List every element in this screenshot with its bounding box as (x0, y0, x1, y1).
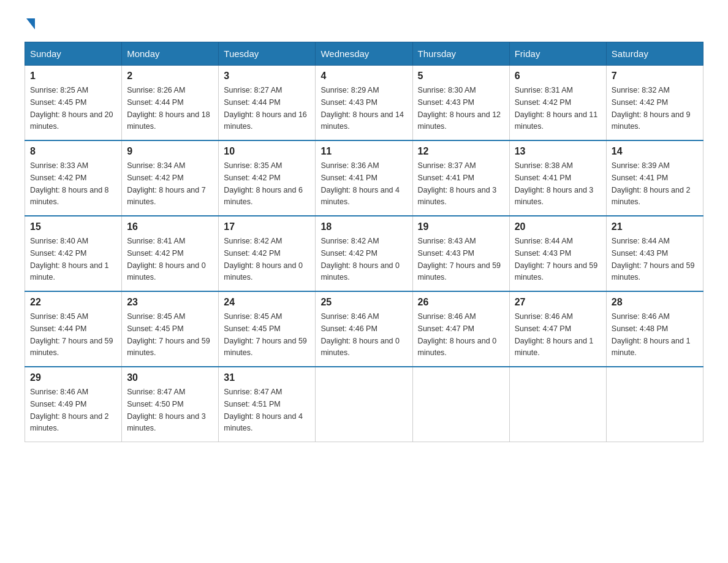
day-cell-13: 13 Sunrise: 8:38 AMSunset: 4:41 PMDaylig… (509, 140, 606, 216)
day-number: 5 (418, 71, 504, 82)
weekday-header-monday: Monday (122, 42, 219, 66)
day-number: 13 (515, 146, 601, 157)
day-cell-3: 3 Sunrise: 8:27 AMSunset: 4:44 PMDayligh… (219, 66, 316, 141)
day-info: Sunrise: 8:26 AMSunset: 4:44 PMDaylight:… (127, 86, 210, 131)
day-info: Sunrise: 8:42 AMSunset: 4:42 PMDaylight:… (224, 237, 303, 282)
day-info: Sunrise: 8:41 AMSunset: 4:42 PMDaylight:… (127, 237, 206, 282)
logo-triangle-icon (26, 18, 35, 29)
day-cell-5: 5 Sunrise: 8:30 AMSunset: 4:43 PMDayligh… (412, 66, 509, 141)
day-info: Sunrise: 8:33 AMSunset: 4:42 PMDaylight:… (30, 161, 109, 206)
day-cell-27: 27 Sunrise: 8:46 AMSunset: 4:47 PMDaylig… (509, 291, 606, 367)
day-number: 3 (224, 71, 310, 82)
day-cell-25: 25 Sunrise: 8:46 AMSunset: 4:46 PMDaylig… (316, 291, 412, 367)
day-number: 27 (515, 297, 601, 308)
day-cell-30: 30 Sunrise: 8:47 AMSunset: 4:50 PMDaylig… (122, 367, 219, 442)
week-row-5: 29 Sunrise: 8:46 AMSunset: 4:49 PMDaylig… (25, 367, 703, 442)
day-number: 30 (127, 372, 213, 383)
day-info: Sunrise: 8:46 AMSunset: 4:47 PMDaylight:… (515, 312, 594, 357)
day-number: 10 (224, 146, 310, 157)
day-number: 6 (515, 71, 601, 82)
empty-cell (316, 367, 412, 442)
day-info: Sunrise: 8:46 AMSunset: 4:47 PMDaylight:… (418, 312, 497, 357)
day-cell-28: 28 Sunrise: 8:46 AMSunset: 4:48 PMDaylig… (606, 291, 703, 367)
day-info: Sunrise: 8:42 AMSunset: 4:42 PMDaylight:… (320, 237, 400, 282)
day-number: 28 (612, 297, 698, 308)
day-cell-4: 4 Sunrise: 8:29 AMSunset: 4:43 PMDayligh… (316, 66, 412, 141)
day-cell-29: 29 Sunrise: 8:46 AMSunset: 4:49 PMDaylig… (25, 367, 122, 442)
day-info: Sunrise: 8:37 AMSunset: 4:41 PMDaylight:… (418, 161, 497, 206)
day-info: Sunrise: 8:29 AMSunset: 4:43 PMDaylight:… (320, 86, 404, 131)
empty-cell (412, 367, 509, 442)
day-info: Sunrise: 8:35 AMSunset: 4:42 PMDaylight:… (224, 161, 303, 206)
day-number: 16 (127, 221, 213, 232)
week-row-2: 8 Sunrise: 8:33 AMSunset: 4:42 PMDayligh… (25, 140, 703, 216)
day-number: 7 (612, 71, 698, 82)
day-info: Sunrise: 8:47 AMSunset: 4:51 PMDaylight:… (224, 388, 303, 432)
weekday-header-friday: Friday (509, 42, 606, 66)
day-number: 25 (320, 297, 407, 308)
day-number: 26 (418, 297, 504, 308)
day-info: Sunrise: 8:43 AMSunset: 4:43 PMDaylight:… (418, 237, 501, 282)
day-cell-2: 2 Sunrise: 8:26 AMSunset: 4:44 PMDayligh… (122, 66, 219, 141)
day-cell-22: 22 Sunrise: 8:45 AMSunset: 4:44 PMDaylig… (25, 291, 122, 367)
page-header (25, 18, 703, 29)
day-info: Sunrise: 8:38 AMSunset: 4:41 PMDaylight:… (515, 161, 594, 206)
day-number: 1 (30, 71, 116, 82)
day-number: 2 (127, 71, 213, 82)
day-number: 21 (612, 221, 698, 232)
day-info: Sunrise: 8:25 AMSunset: 4:45 PMDaylight:… (30, 86, 113, 131)
day-number: 31 (224, 372, 310, 383)
day-cell-26: 26 Sunrise: 8:46 AMSunset: 4:47 PMDaylig… (412, 291, 509, 367)
day-cell-11: 11 Sunrise: 8:36 AMSunset: 4:41 PMDaylig… (316, 140, 412, 216)
day-number: 18 (320, 221, 407, 232)
day-number: 14 (612, 146, 698, 157)
weekday-header-tuesday: Tuesday (219, 42, 316, 66)
day-number: 8 (30, 146, 116, 157)
day-cell-9: 9 Sunrise: 8:34 AMSunset: 4:42 PMDayligh… (122, 140, 219, 216)
day-info: Sunrise: 8:30 AMSunset: 4:43 PMDaylight:… (418, 86, 501, 131)
weekday-header-sunday: Sunday (25, 42, 122, 66)
weekday-header-row: SundayMondayTuesdayWednesdayThursdayFrid… (25, 42, 703, 66)
day-cell-24: 24 Sunrise: 8:45 AMSunset: 4:45 PMDaylig… (219, 291, 316, 367)
empty-cell (606, 367, 703, 442)
day-cell-23: 23 Sunrise: 8:45 AMSunset: 4:45 PMDaylig… (122, 291, 219, 367)
day-cell-14: 14 Sunrise: 8:39 AMSunset: 4:41 PMDaylig… (606, 140, 703, 216)
day-info: Sunrise: 8:45 AMSunset: 4:45 PMDaylight:… (224, 312, 307, 357)
day-number: 17 (224, 221, 310, 232)
day-number: 9 (127, 146, 213, 157)
day-number: 19 (418, 221, 504, 232)
day-info: Sunrise: 8:44 AMSunset: 4:43 PMDaylight:… (515, 237, 598, 282)
empty-cell (509, 367, 606, 442)
day-info: Sunrise: 8:44 AMSunset: 4:43 PMDaylight:… (612, 237, 695, 282)
day-cell-18: 18 Sunrise: 8:42 AMSunset: 4:42 PMDaylig… (316, 216, 412, 291)
week-row-3: 15 Sunrise: 8:40 AMSunset: 4:42 PMDaylig… (25, 216, 703, 291)
day-cell-10: 10 Sunrise: 8:35 AMSunset: 4:42 PMDaylig… (219, 140, 316, 216)
day-cell-12: 12 Sunrise: 8:37 AMSunset: 4:41 PMDaylig… (412, 140, 509, 216)
day-info: Sunrise: 8:34 AMSunset: 4:42 PMDaylight:… (127, 161, 206, 206)
day-number: 15 (30, 221, 116, 232)
logo (25, 18, 37, 29)
day-cell-16: 16 Sunrise: 8:41 AMSunset: 4:42 PMDaylig… (122, 216, 219, 291)
day-info: Sunrise: 8:46 AMSunset: 4:46 PMDaylight:… (320, 312, 400, 357)
day-info: Sunrise: 8:45 AMSunset: 4:44 PMDaylight:… (30, 312, 113, 357)
day-info: Sunrise: 8:46 AMSunset: 4:48 PMDaylight:… (612, 312, 691, 357)
day-cell-8: 8 Sunrise: 8:33 AMSunset: 4:42 PMDayligh… (25, 140, 122, 216)
day-info: Sunrise: 8:27 AMSunset: 4:44 PMDaylight:… (224, 86, 307, 131)
calendar-table: SundayMondayTuesdayWednesdayThursdayFrid… (25, 42, 703, 442)
day-number: 20 (515, 221, 601, 232)
day-info: Sunrise: 8:45 AMSunset: 4:45 PMDaylight:… (127, 312, 210, 357)
day-number: 4 (320, 71, 407, 82)
day-number: 11 (320, 146, 407, 157)
day-cell-17: 17 Sunrise: 8:42 AMSunset: 4:42 PMDaylig… (219, 216, 316, 291)
day-info: Sunrise: 8:36 AMSunset: 4:41 PMDaylight:… (320, 161, 400, 206)
day-cell-7: 7 Sunrise: 8:32 AMSunset: 4:42 PMDayligh… (606, 66, 703, 141)
day-number: 29 (30, 372, 116, 383)
day-info: Sunrise: 8:47 AMSunset: 4:50 PMDaylight:… (127, 388, 206, 432)
weekday-header-wednesday: Wednesday (316, 42, 412, 66)
day-cell-19: 19 Sunrise: 8:43 AMSunset: 4:43 PMDaylig… (412, 216, 509, 291)
day-cell-31: 31 Sunrise: 8:47 AMSunset: 4:51 PMDaylig… (219, 367, 316, 442)
day-number: 12 (418, 146, 504, 157)
day-info: Sunrise: 8:46 AMSunset: 4:49 PMDaylight:… (30, 388, 109, 432)
day-cell-20: 20 Sunrise: 8:44 AMSunset: 4:43 PMDaylig… (509, 216, 606, 291)
week-row-4: 22 Sunrise: 8:45 AMSunset: 4:44 PMDaylig… (25, 291, 703, 367)
